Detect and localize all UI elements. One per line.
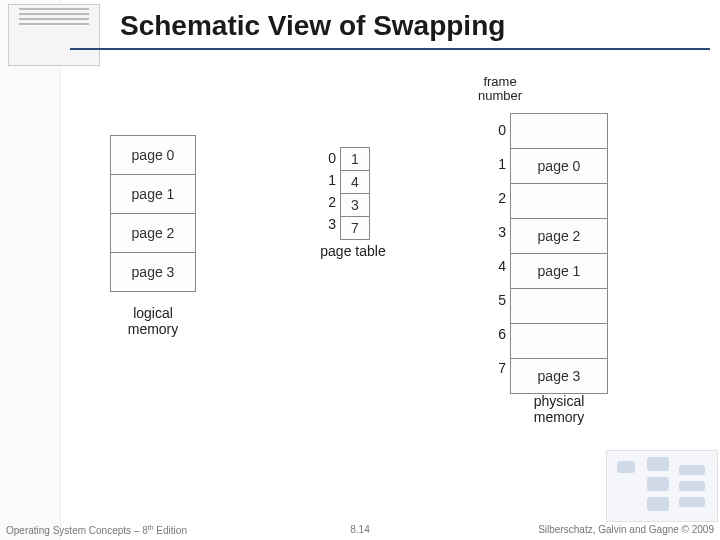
page-table-index: 2 <box>318 191 336 213</box>
physical-frame: page 0 <box>510 149 608 184</box>
logical-page: page 1 <box>110 175 196 214</box>
physical-frame-indices: 0 1 2 3 4 5 6 7 <box>488 113 506 385</box>
logical-memory-column: page 0 page 1 page 2 page 3 <box>110 135 196 292</box>
title-underline <box>70 48 710 50</box>
physical-frame <box>510 184 608 219</box>
physical-frame: page 1 <box>510 254 608 289</box>
page-table-entry: 3 <box>340 194 370 217</box>
frame-index: 5 <box>488 283 506 317</box>
page-table-entry: 7 <box>340 217 370 240</box>
physical-frame <box>510 289 608 324</box>
physical-frame: page 2 <box>510 219 608 254</box>
logical-page: page 2 <box>110 214 196 253</box>
page-table-index: 3 <box>318 213 336 235</box>
frame-index: 0 <box>488 113 506 147</box>
frame-index: 2 <box>488 181 506 215</box>
frame-index: 4 <box>488 249 506 283</box>
page-table-caption: page table <box>308 243 398 259</box>
physical-frame <box>510 113 608 149</box>
bottom-right-thumbnail <box>606 450 718 522</box>
frame-index: 6 <box>488 317 506 351</box>
frame-index: 3 <box>488 215 506 249</box>
page-table-entry: 1 <box>340 147 370 171</box>
corner-thumbnail <box>8 4 100 66</box>
logical-page: page 3 <box>110 253 196 292</box>
frame-index: 1 <box>488 147 506 181</box>
footer-right: Silberschatz, Galvin and Gagne © 2009 <box>538 524 714 535</box>
page-table-index: 1 <box>318 169 336 191</box>
physical-frame <box>510 324 608 359</box>
page-table-index: 0 <box>318 147 336 169</box>
swapping-diagram: page 0 page 1 page 2 page 3 logical memo… <box>40 95 680 455</box>
logical-memory-caption: logical memory <box>110 305 196 337</box>
page-table-column: 1 4 3 7 <box>340 147 370 240</box>
slide-footer: Operating System Concepts – 8th Edition … <box>6 524 714 536</box>
physical-frame: page 3 <box>510 359 608 394</box>
page-table-indices: 0 1 2 3 <box>318 147 336 235</box>
physical-memory-caption: physical memory <box>510 393 608 425</box>
frame-number-header: frame number <box>470 75 530 103</box>
physical-memory-column: page 0 page 2 page 1 page 3 <box>510 113 608 394</box>
slide-title: Schematic View of Swapping <box>120 10 505 42</box>
page-table-entry: 4 <box>340 171 370 194</box>
frame-index: 7 <box>488 351 506 385</box>
logical-page: page 0 <box>110 135 196 175</box>
